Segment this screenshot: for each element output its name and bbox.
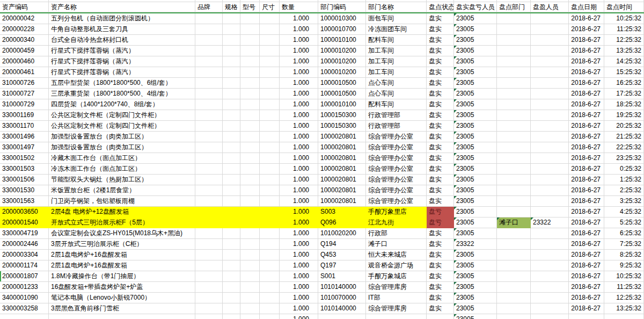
cell-qty[interactable]: 1.000 (280, 207, 318, 218)
cell-surplus[interactable] (531, 260, 569, 271)
cell-status[interactable]: 盘实 (427, 293, 454, 303)
cell-time[interactable]: 11:25:32 (604, 282, 644, 293)
cell-spec[interactable] (223, 132, 240, 142)
cell-person[interactable]: 23005 (454, 121, 497, 132)
cell-size[interactable] (260, 24, 280, 35)
cell-brand[interactable] (195, 218, 223, 228)
cell-dept_name[interactable]: 滩子口 (366, 239, 427, 250)
cell-status[interactable]: 盘实 (427, 303, 454, 314)
cell-dept_code[interactable]: 1000010200 (318, 67, 366, 78)
cell-brand[interactable] (195, 303, 223, 314)
cell-model[interactable] (240, 67, 260, 78)
cell-qty[interactable]: 1.000 (280, 89, 318, 99)
cell-qty[interactable]: 1.000 (280, 271, 318, 282)
cell-surplus[interactable] (531, 67, 569, 78)
cell-person[interactable]: 23005 (454, 142, 497, 153)
col-header-person[interactable]: 盘实盘亏人员 (454, 2, 497, 12)
cell-check_dept[interactable] (497, 239, 531, 250)
cell-dept_code[interactable]: 1000010700 (318, 24, 366, 35)
cell-dept_name[interactable]: 冷冻面团车间 (366, 24, 427, 35)
cell-check_dept[interactable] (497, 271, 531, 282)
cell-name[interactable]: 三层承重货架（1800*1800*500、4组/套） (49, 89, 195, 99)
cell-code[interactable]: 2000003304 (0, 250, 49, 260)
cell-surplus[interactable] (531, 282, 569, 293)
cell-spec[interactable] (223, 314, 240, 319)
cell-brand[interactable] (195, 239, 223, 250)
cell-size[interactable] (260, 110, 280, 121)
cell-status[interactable]: 盘实 (427, 35, 454, 46)
cell-dept_name[interactable]: 点心车间 (366, 78, 427, 89)
cell-surplus[interactable] (531, 153, 569, 164)
cell-dept_code[interactable]: 1000010200 (318, 46, 366, 56)
cell-brand[interactable] (195, 271, 223, 282)
cell-code[interactable]: 2000001540 (0, 218, 49, 228)
cell-size[interactable] (260, 142, 280, 153)
cell-model[interactable] (240, 35, 260, 46)
col-header-model[interactable]: 型号 (240, 2, 260, 12)
cell-qty[interactable]: 1.000 (280, 175, 318, 185)
cell-surplus[interactable] (531, 303, 569, 314)
cell-person[interactable]: 23005 (454, 282, 497, 293)
cell-date[interactable]: 2018-6-27 (569, 282, 604, 293)
cell-name[interactable]: 行星式下搅拌莲蓉锅（蒸汽） (49, 56, 195, 67)
cell-surplus[interactable] (531, 89, 569, 99)
cell-date[interactable]: 2018-6-27 (569, 228, 604, 239)
cell-status[interactable]: 盘实 (427, 121, 454, 132)
cell-brand[interactable] (195, 67, 223, 78)
cell-person[interactable]: 23005 (454, 314, 497, 319)
cell-qty[interactable]: 1.000 (280, 13, 318, 24)
cell-surplus[interactable] (531, 196, 569, 207)
cell-dept_name[interactable]: 综合管理办公室 (366, 164, 427, 175)
cell-brand[interactable] (195, 228, 223, 239)
cell-model[interactable] (240, 153, 260, 164)
cell-name[interactable]: 会议室定制会议桌ZS-HY015(M018乌木+黑油) (49, 228, 195, 239)
cell-status[interactable]: 盘实 (427, 260, 454, 271)
cell-dept_name[interactable]: 综合管理办公室 (366, 132, 427, 142)
cell-model[interactable] (240, 196, 260, 207)
cell-model[interactable] (240, 207, 260, 218)
cell-check_dept[interactable] (497, 282, 531, 293)
cell-dept_code[interactable]: 1000150300 (318, 121, 366, 132)
cell-code[interactable]: 200000228 (0, 24, 49, 35)
cell-size[interactable] (260, 89, 280, 99)
cell-date[interactable]: 2018-6-27 (569, 78, 604, 89)
cell-status[interactable]: 盘实 (427, 78, 454, 89)
cell-status[interactable]: 盘亏 (427, 207, 454, 218)
cell-spec[interactable] (223, 175, 240, 185)
cell-name[interactable]: 2层1盘电烤炉+16盘醒发箱 (49, 260, 195, 271)
cell-qty[interactable]: 1.000 (280, 99, 318, 110)
cell-spec[interactable] (223, 293, 240, 303)
cell-size[interactable] (260, 13, 280, 24)
cell-model[interactable] (240, 56, 260, 67)
cell-person[interactable]: 23005 (454, 271, 497, 282)
cell-check_dept[interactable] (497, 24, 531, 35)
cell-code[interactable]: 2000002446 (0, 239, 49, 250)
cell-code[interactable]: 2000003650 (0, 207, 49, 218)
cell-name[interactable]: 开放式立式三明治展示柜F（5层） (49, 218, 195, 228)
cell-surplus[interactable] (531, 132, 569, 142)
cell-brand[interactable] (195, 153, 223, 164)
cell-brand[interactable] (195, 56, 223, 67)
cell-time[interactable]: 5:25:32 (604, 218, 644, 228)
cell-dept_code[interactable]: Q194 (318, 239, 366, 250)
cell-qty[interactable]: 1.000 (280, 228, 318, 239)
cell-dept_code[interactable]: 1000010100 (318, 35, 366, 46)
cell-status[interactable]: 盘实 (427, 132, 454, 142)
cell-person[interactable]: 23005 (454, 175, 497, 185)
cell-date[interactable]: 2018-6-27 (569, 250, 604, 260)
cell-brand[interactable] (195, 250, 223, 260)
cell-qty[interactable]: 1.000 (280, 110, 318, 121)
cell-brand[interactable] (195, 110, 223, 121)
cell-status[interactable]: 盘实 (427, 153, 454, 164)
cell-person[interactable]: 23005 (454, 196, 497, 207)
cell-date[interactable]: 2018-6-27 (569, 271, 604, 282)
cell-name[interactable]: 四层货架（1400*1200*740、8组/套） (49, 99, 195, 110)
cell-surplus[interactable] (531, 121, 569, 132)
cell-qty[interactable]: 1.000 (280, 142, 318, 153)
cell-dept_code[interactable]: 1000020801 (318, 185, 366, 196)
cell-dept_code[interactable]: 1010020200 (318, 228, 366, 239)
cell-spec[interactable] (223, 250, 240, 260)
cell-dept_name[interactable]: 综合管理办公室 (366, 153, 427, 164)
cell-surplus[interactable] (531, 24, 569, 35)
cell-status[interactable]: 盘实 (427, 99, 454, 110)
